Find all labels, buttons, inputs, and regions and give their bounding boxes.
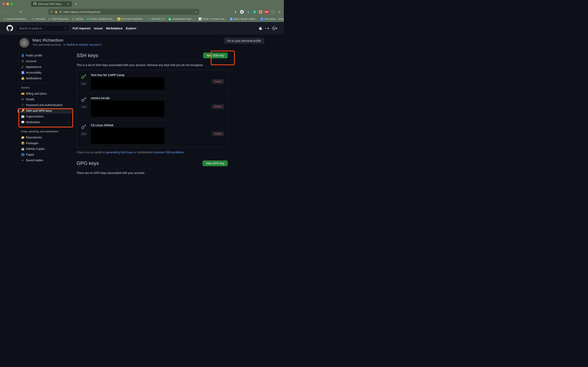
sidebar-item-account[interactable]: ⚙Account [19,58,72,64]
tab-close-icon[interactable]: ✕ [67,2,69,6]
bookmark-item[interactable]: 🐵All-In-One Marketin... [117,17,144,20]
sidebar-item-label: Notifications [26,77,42,80]
switch-account-link[interactable]: ⇆ Switch to another account ▾ [63,43,102,46]
adblock-icon[interactable]: ABP [265,10,269,14]
close-window-icon[interactable] [2,3,5,5]
bookmark-import[interactable]: ⇥Import bookmarks... [2,17,28,20]
ssh-key-row: SSHTest Key for CAPP CampDelete [77,70,227,93]
sidebar-item-repositories[interactable]: 📁Repositories [19,134,72,140]
sidebar-item-packages[interactable]: 📦Packages [19,140,72,146]
sidebar-item-github-copilot[interactable]: 🤖GitHub Copilot [19,146,72,152]
svg-point-0 [82,76,84,79]
sidebar-item-label: Moderation [26,120,40,124]
address-bar[interactable]: 🛡 🔒 ⚙ https://github.com/settings/keys ☆ [48,9,199,15]
sidebar-item-organizations[interactable]: 🏢Organizations [19,114,72,119]
key-type-badge: SSH [80,132,87,136]
generating-keys-link[interactable]: generating SSH keys [106,151,133,154]
sidebar-item-saved-replies[interactable]: ↩Saved replies [19,157,72,163]
chevron-down-icon: ⌄ [68,120,70,124]
bookmark-folder[interactable]: 🗀DSI Resources [48,17,68,20]
goto-profile-button[interactable]: Go to your personal profile [224,38,264,44]
back-button[interactable]: ← [2,9,8,15]
sidebar-item-label: Emails [26,98,35,101]
common-problems-link[interactable]: common SSH problems [154,151,184,154]
switch-icon: ⇆ [63,43,66,46]
sidebar-item-pages[interactable]: 🌐Pages [19,152,72,157]
bookmark-item[interactable]: MBasic Syntax | Mark... [230,17,258,20]
create-new-icon[interactable]: + ▾ [265,27,269,30]
pages-icon: 🌐 [21,153,24,156]
minimize-window-icon[interactable] [7,3,9,5]
reload-button[interactable]: ⟳ [18,9,24,15]
extension-ft-icon[interactable]: ft [259,10,262,13]
forward-button[interactable]: → [10,9,16,15]
extension-gem-icon[interactable]: ◆ [246,10,250,14]
nav-issues[interactable]: Issues [94,27,103,30]
key-fingerprint-redacted [91,77,164,90]
browser-tab[interactable]: SSH and GPG keys ✕ [31,1,72,7]
ssh-description: This is a list of SSH keys associated wi… [77,63,228,67]
lock-icon[interactable]: 🔒 [54,10,58,13]
key-icon [80,96,87,104]
sidebar-item-appearance[interactable]: 🖌Appearance [19,64,72,70]
bookmark-item[interactable]: ≡Story.docx - Google... [260,17,284,20]
sidebar-item-public-profile[interactable]: 👤Public profile [19,53,72,58]
delete-key-button[interactable]: Delete [212,104,224,109]
account-icon[interactable]: k [271,10,275,14]
sidebar-item-label: Public profile [26,54,42,57]
new-gpg-key-button[interactable]: New GPG key [203,160,228,166]
github-logo[interactable] [7,25,13,32]
bookmark-star-icon[interactable]: ☆ [195,10,197,13]
window-controls[interactable] [2,3,13,5]
sidebar-item-accessibility[interactable]: ♿Accessibility [19,70,72,75]
sidebar-item-emails[interactable]: ✉Emails [19,96,72,102]
ssh-guide-text: Check out our guide to generating SSH ke… [77,151,228,154]
search-input[interactable]: Search or jump to... / [16,25,69,31]
key-name: Test Key for CAPP Camp [91,73,209,77]
sidebar-item-billing-and-plans[interactable]: 💳Billing and plans [19,91,72,96]
notifications-icon[interactable] [259,27,262,30]
bookmark-item[interactable]: ▦Competitive Audit - ... [168,17,195,20]
nav-marketplace[interactable]: Marketplace [106,27,123,30]
new-ssh-key-button[interactable]: New SSH key [203,53,228,58]
new-tab-button[interactable]: + [73,2,79,6]
extension-n-icon[interactable]: N [240,10,244,14]
sidebar-item-label: Billing and plans [26,92,47,95]
bookmark-item[interactable]: 📊Gantt | In Home Inte... [199,17,227,20]
bookmarks-bar: ⇥Import bookmarks... 🗀Personal 🗀DSI Reso… [0,16,284,22]
sidebar-item-notifications[interactable]: 🔔Notifications [19,75,72,81]
sidebar-item-password-and-authentication[interactable]: 🛡Password and authentication [19,102,72,108]
saved-replies-icon: ↩ [21,159,24,162]
sidebar-item-ssh-and-gpg-keys[interactable]: 🔑SSH and GPG keys [19,108,72,114]
delete-key-button[interactable]: Delete [212,132,224,136]
pocket-icon[interactable]: ⌵ [227,10,231,14]
key-icon [80,124,87,131]
account-icon: ⚙ [21,59,24,63]
notifications-icon: 🔔 [21,77,24,80]
sidebar-item-label: Organizations [26,115,43,118]
sidebar-item-moderation[interactable]: 💬Moderation⌄ [19,119,72,125]
bookmark-folder[interactable]: 🗀GitHub [72,17,83,20]
bookmark-item[interactable]: ◉InfluxDB 2.0 [148,17,165,20]
sidebar-item-label: Pages [26,153,34,156]
shield-icon[interactable]: 🛡 [50,10,53,13]
maximize-window-icon[interactable] [11,3,13,5]
permissions-icon[interactable]: ⚙ [60,10,62,13]
delete-key-button[interactable]: Delete [212,79,224,84]
nav-pulls[interactable]: Pull requests [73,27,91,30]
moderation-icon: 💬 [21,120,24,124]
sidebar-item-label: Saved replies [26,159,43,162]
grammarly-icon[interactable]: G [253,10,256,14]
downloads-icon[interactable]: ⬇ [233,10,238,14]
billing-and-plans-icon: 💳 [21,92,24,95]
profile-avatar[interactable] [19,38,29,48]
nav-explore[interactable]: Explore [126,27,136,30]
ssh-and-gpg-keys-icon: 🔑 [21,109,24,112]
profile-name: Marc Richardson [33,38,102,43]
bookmark-folder[interactable]: 🗀Personal [31,17,45,20]
user-menu[interactable]: ▾ [272,26,277,30]
key-fingerprint-redacted [91,128,164,144]
menu-icon[interactable]: ☰ [277,10,281,14]
gpg-title: GPG keys [77,160,99,166]
bookmark-item[interactable]: XMHome | Qualtrics Ex... [86,17,114,20]
